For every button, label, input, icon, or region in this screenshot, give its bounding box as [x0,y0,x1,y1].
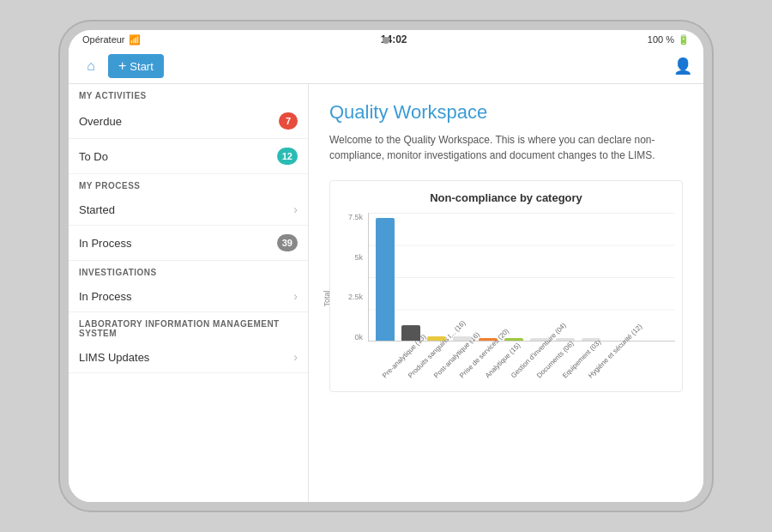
bar-group-1: Produits sanguins l... (16) [401,325,420,341]
y-axis-label: 5k [354,253,363,262]
y-axis-title: Total [323,290,331,306]
bar-group-6: Documents (06) [530,338,549,341]
sidebar: MY ACTIVITIESOverdue7To Do12MY PROCESSSt… [69,84,309,502]
bar-group-0: Pre-analytique (13) [376,218,395,341]
operator-label: Opérateur [82,34,125,45]
bar-group-4: Analytique (15) [479,338,498,341]
chart-y-axis: 7.5k5k2.5k0k [337,213,366,342]
user-icon[interactable]: 👤 [672,56,693,76]
chevron-icon: › [293,350,298,364]
section-header-my-activities: MY ACTIVITIES [69,84,308,104]
sidebar-item-overdue[interactable]: Overdue7 [69,104,308,139]
bar-1 [401,325,420,341]
tablet-frame: Opérateur 📶 14:02 100 % 🔋 ⌂ + Start 👤 MY [60,21,712,511]
wifi-icon: 📶 [129,34,141,45]
workspace-title: Quality Workspace [329,101,683,124]
start-label: Start [130,60,153,73]
tablet-camera [383,37,389,44]
bar-6 [530,338,549,341]
home-button[interactable]: ⌂ [79,54,103,78]
bar-8 [582,338,600,341]
sidebar-item-in-process[interactable]: In Process39 [69,226,308,261]
chart-title: Non-compliance by category [337,191,675,204]
bar-3 [453,336,472,341]
bar-5 [504,338,523,341]
app-container: ⌂ + Start 👤 MY ACTIVITIESOverdue7To Do12… [69,49,703,502]
workspace-description: Welcome to the Quality Workspace. This i… [329,132,655,163]
chevron-icon: › [293,203,298,216]
main-content: MY ACTIVITIESOverdue7To Do12MY PROCESSSt… [69,84,703,502]
top-nav: ⌂ + Start 👤 [69,49,703,84]
bar-4 [479,338,498,341]
sidebar-item-to-do[interactable]: To Do12 [69,139,308,174]
sidebar-item-label-to-do: To Do [79,150,277,163]
sidebar-item-inv-in-process[interactable]: In Process› [69,281,308,312]
y-axis-label: 2.5k [348,293,363,301]
sidebar-item-label-in-process: In Process [79,237,277,250]
badge-to-do: 12 [277,148,298,165]
chart-plot: Pre-analytique (13)Produits sanguins l..… [368,213,675,342]
bar-2 [427,336,446,341]
bar-group-5: Gestion d'inventaire (04) [504,338,523,341]
y-axis-label: 0k [354,333,363,342]
sidebar-item-label-started: Started [79,203,290,216]
plus-icon: + [118,58,126,74]
y-axis-label: 7.5k [348,213,363,221]
badge-in-process: 39 [277,234,298,251]
sidebar-item-started[interactable]: Started› [69,194,308,226]
section-header-investigations: INVESTIGATIONS [69,261,308,281]
status-bar-right: 100 % 🔋 [648,34,690,45]
chart-container: Non-compliance by category Total 7.5k5k2… [329,180,683,392]
chart-wrapper: Total 7.5k5k2.5k0k Pre-analytique (13)Pr… [337,213,675,384]
bar-0 [376,218,395,341]
sidebar-item-lims-updates[interactable]: LIMS Updates› [69,342,308,373]
top-nav-left: ⌂ + Start [79,54,164,78]
battery-label: 100 % [648,34,674,45]
badge-overdue: 7 [279,112,298,130]
section-header-lims: LABORATORY INFORMATION MANAGEMENT SYSTEM [69,312,308,342]
sidebar-item-label-overdue: Overdue [79,115,279,128]
bar-group-8: Hygiène et sécurité (12) [582,338,600,341]
bar-group-3: Prise de services (20) [453,336,472,341]
main-panel: Quality Workspace Welcome to the Quality… [309,84,703,502]
bar-7 [556,338,575,341]
battery-icon: 🔋 [678,34,690,45]
bar-group-2: Post-analytique (16) [427,336,446,341]
status-bar-left: Opérateur 📶 [82,34,141,45]
sidebar-item-label-inv-in-process: In Process [79,290,290,303]
section-header-my-process: MY PROCESS [69,174,308,194]
start-button[interactable]: + Start [108,54,164,78]
chevron-icon: › [293,289,298,303]
sidebar-item-label-lims-updates: LIMS Updates [79,351,290,364]
bar-group-7: Equipement (03) [556,338,575,341]
